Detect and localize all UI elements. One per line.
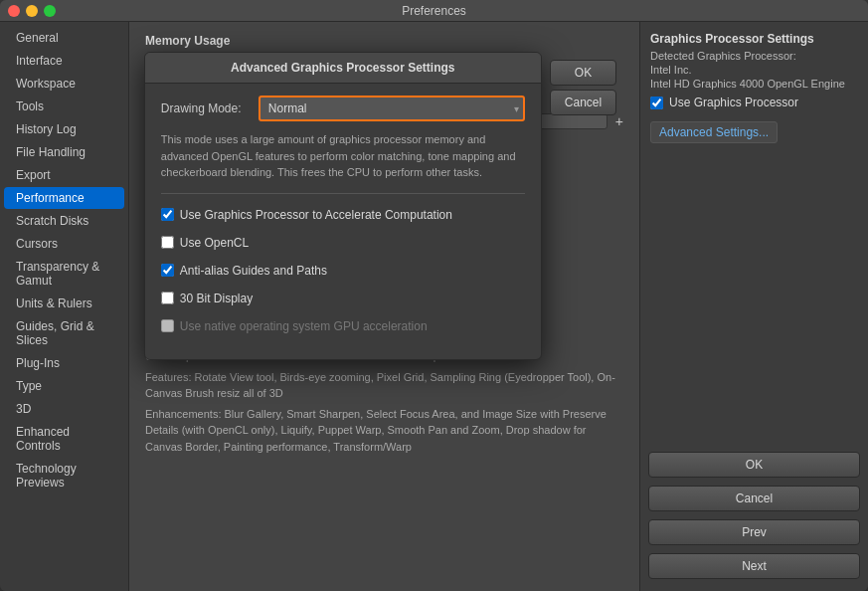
- sidebar-item-transparency[interactable]: Transparency & Gamut: [4, 256, 124, 292]
- sidebar-item-workspace[interactable]: Workspace: [4, 73, 124, 95]
- opencl-row: Use OpenCL: [161, 236, 525, 250]
- gpu-name: Intel Inc.: [650, 64, 858, 76]
- accelerate-label: Use Graphics Processor to Accelerate Com…: [180, 208, 452, 222]
- accelerate-row: Use Graphics Processor to Accelerate Com…: [161, 208, 525, 222]
- bit30-row: 30 Bit Display: [161, 292, 525, 305]
- drawing-mode-select-wrapper: Normal Basic Advanced ▾: [259, 96, 525, 121]
- right-wrapper: Graphics Processor Settings Detected Gra…: [639, 22, 868, 591]
- native-label: Use native operating system GPU accelera…: [180, 319, 428, 333]
- modal-checkboxes: Use Graphics Processor to Accelerate Com…: [161, 204, 525, 337]
- preferences-window: Preferences General Interface Workspace …: [0, 0, 868, 591]
- sidebar-item-type[interactable]: Type: [4, 375, 124, 397]
- description-text2: Features: Rotate View tool, Birds-eye zo…: [145, 369, 623, 402]
- next-button[interactable]: Next: [648, 553, 860, 579]
- gpu-panel: Graphics Processor Settings Detected Gra…: [640, 22, 868, 444]
- antialias-checkbox[interactable]: [161, 264, 174, 277]
- sidebar-item-guides[interactable]: Guides, Grid & Slices: [4, 315, 124, 351]
- titlebar: Preferences: [0, 0, 868, 22]
- opencl-checkbox[interactable]: [161, 236, 174, 249]
- traffic-lights: [8, 5, 56, 17]
- sidebar-item-technology[interactable]: Technology Previews: [4, 458, 124, 493]
- native-checkbox: [161, 319, 174, 332]
- drawing-mode-label: Drawing Mode:: [161, 101, 251, 115]
- maximize-button[interactable]: [44, 5, 56, 17]
- sidebar-item-file-handling[interactable]: File Handling: [4, 141, 124, 163]
- detected-label: Detected Graphics Processor:: [650, 50, 858, 62]
- ok-button[interactable]: OK: [648, 452, 860, 478]
- use-gpu-row: Use Graphics Processor: [650, 96, 858, 109]
- sidebar-item-3d[interactable]: 3D: [4, 398, 124, 420]
- cancel-button[interactable]: Cancel: [648, 486, 860, 511]
- sidebar: General Interface Workspace Tools Histor…: [0, 22, 129, 591]
- sidebar-item-cursors[interactable]: Cursors: [4, 233, 124, 255]
- advanced-settings-wrapper: Advanced Settings...: [650, 117, 858, 143]
- nav-buttons-panel: OK Cancel Prev Next: [640, 444, 868, 591]
- sidebar-item-performance[interactable]: Performance: [4, 187, 124, 209]
- sidebar-item-enhanced[interactable]: Enhanced Controls: [4, 421, 124, 457]
- sidebar-item-export[interactable]: Export: [4, 164, 124, 186]
- memory-section-title: Memory Usage: [145, 34, 623, 48]
- main-content: General Interface Workspace Tools Histor…: [0, 22, 868, 591]
- use-gpu-label: Use Graphics Processor: [669, 96, 798, 109]
- native-row: Use native operating system GPU accelera…: [161, 319, 525, 333]
- antialias-label: Anti-alias Guides and Paths: [180, 264, 327, 278]
- prev-button[interactable]: Prev: [648, 519, 860, 545]
- bit30-label: 30 Bit Display: [180, 292, 253, 305]
- modal-divider: [161, 193, 525, 194]
- slider-plus-icon[interactable]: +: [615, 113, 623, 129]
- center-panel: Memory Usage Available RAM: 14398 MB Ide…: [129, 22, 639, 591]
- modal-body: Drawing Mode: Normal Basic Advanced ▾: [145, 84, 541, 359]
- advanced-modal: Advanced Graphics Processor Settings Dra…: [144, 52, 542, 360]
- description-text3: Enhancements: Blur Gallery, Smart Sharpe…: [145, 406, 623, 456]
- modal-title: Advanced Graphics Processor Settings: [145, 53, 541, 84]
- sidebar-item-scratch-disks[interactable]: Scratch Disks: [4, 210, 124, 232]
- modal-description: This mode uses a large amount of graphic…: [161, 131, 525, 181]
- accelerate-checkbox[interactable]: [161, 208, 174, 221]
- advanced-settings-link[interactable]: Advanced Settings...: [650, 121, 778, 143]
- gpu-detail: Intel HD Graphics 4000 OpenGL Engine: [650, 78, 858, 90]
- window-title: Preferences: [402, 4, 466, 18]
- gpu-section-title: Graphics Processor Settings: [650, 32, 858, 46]
- sidebar-item-interface[interactable]: Interface: [4, 50, 124, 72]
- drawing-mode-row: Drawing Mode: Normal Basic Advanced ▾: [161, 96, 525, 121]
- sidebar-item-tools[interactable]: Tools: [4, 96, 124, 117]
- antialias-row: Anti-alias Guides and Paths: [161, 264, 525, 278]
- bit30-checkbox[interactable]: [161, 292, 174, 304]
- opencl-label: Use OpenCL: [180, 236, 249, 250]
- use-gpu-checkbox[interactable]: [650, 97, 663, 109]
- minimize-button[interactable]: [26, 5, 38, 17]
- drawing-mode-select[interactable]: Normal Basic Advanced: [259, 96, 525, 121]
- close-button[interactable]: [8, 5, 20, 17]
- sidebar-item-general[interactable]: General: [4, 27, 124, 49]
- sidebar-item-plugins[interactable]: Plug-Ins: [4, 352, 124, 374]
- sidebar-item-history-log[interactable]: History Log: [4, 118, 124, 140]
- sidebar-item-units[interactable]: Units & Rulers: [4, 293, 124, 314]
